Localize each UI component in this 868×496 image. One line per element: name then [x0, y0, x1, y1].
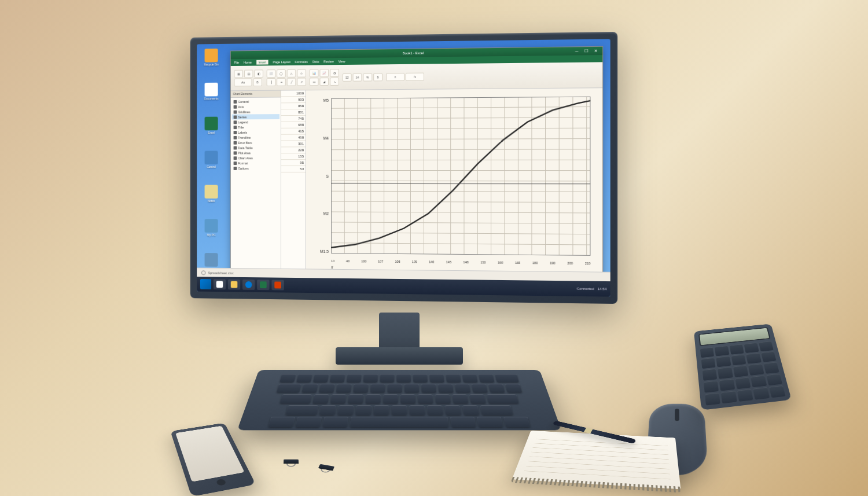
ribbon-btn[interactable]: fx	[406, 72, 424, 80]
chart-column-icon[interactable]: 📊	[310, 69, 319, 77]
ribbon-btn[interactable]: 12	[343, 73, 352, 81]
panel-item[interactable]: Labels	[232, 130, 279, 135]
address-text: Spreadsheet.xlsx	[208, 271, 233, 274]
x-tick: 210	[585, 262, 591, 265]
x-axis-title: x	[331, 265, 333, 269]
chart-line-icon[interactable]: 📈	[319, 69, 329, 77]
tab-view[interactable]: View	[339, 60, 345, 63]
tray-time: 14:54	[598, 287, 607, 291]
chart-area[interactable]: M5M4SM2M1.5 1040100107108109140145148150…	[306, 88, 602, 273]
data-cell[interactable]: 801	[281, 109, 306, 116]
panel-item[interactable]: Series	[232, 114, 279, 119]
x-tick: 180	[532, 261, 538, 264]
x-tick: 100	[361, 259, 366, 263]
ribbon-btn[interactable]: ◇	[297, 69, 306, 78]
taskbar-browser[interactable]	[242, 280, 255, 290]
ribbon-btn[interactable]: Aa	[234, 78, 252, 86]
panel-item[interactable]: Trendline	[232, 135, 279, 140]
data-cell[interactable]: 155	[281, 153, 306, 160]
chart-area-icon[interactable]: ◢	[319, 78, 329, 86]
taskbar-excel[interactable]	[257, 280, 269, 290]
taskbar-files[interactable]	[228, 280, 240, 290]
panel-item[interactable]: Options	[232, 166, 279, 171]
desktop-icon-recycle[interactable]: Recycle Bin	[201, 49, 222, 73]
data-cell[interactable]: 458	[281, 135, 306, 141]
data-cell[interactable]: 228	[281, 147, 306, 153]
ribbon-btn[interactable]: %	[363, 73, 372, 81]
monitor-base	[336, 347, 463, 365]
ribbon-btn[interactable]: B	[253, 78, 262, 86]
tab-data[interactable]: Data	[312, 60, 319, 64]
chart-bar-icon[interactable]: ▭	[310, 78, 319, 86]
chart-scatter-icon[interactable]: ∴	[330, 78, 339, 86]
taskbar-search[interactable]	[214, 279, 226, 289]
chart-curve	[331, 97, 590, 265]
data-cell[interactable]: 301	[281, 141, 306, 147]
start-button[interactable]	[200, 279, 211, 289]
x-tick: 145	[446, 260, 451, 264]
data-cell[interactable]: 688	[281, 122, 306, 128]
side-panel: Chart Elements GeneralAxisGridlinesSerie…	[231, 91, 281, 270]
ribbon-btn[interactable]: ⬜	[267, 69, 276, 78]
ribbon-btn[interactable]: ◯	[277, 69, 286, 78]
desktop-icon-mypc[interactable]: My PC	[201, 219, 222, 243]
tab-home[interactable]: Home	[244, 61, 252, 64]
taskbar-mail[interactable]	[271, 280, 284, 290]
folder-icon	[205, 83, 218, 97]
notes-icon	[205, 185, 218, 199]
calculator	[694, 324, 792, 410]
ribbon-btn[interactable]: ┃	[267, 78, 276, 86]
panel-item[interactable]: Error Bars	[232, 140, 279, 145]
data-cell[interactable]: 903	[281, 97, 306, 103]
data-cell[interactable]: 858	[281, 103, 306, 109]
binder-clip	[317, 464, 334, 474]
system-tray[interactable]: Connected 14:54	[577, 287, 607, 291]
tab-formulas[interactable]: Formulas	[295, 60, 308, 64]
mail-icon	[274, 281, 281, 288]
ribbon-btn[interactable]: ↗	[297, 78, 306, 86]
ribbon-btn[interactable]: $	[373, 73, 382, 81]
ribbon-btn[interactable]: ▤	[244, 70, 253, 78]
minimize-button[interactable]: ─	[572, 48, 580, 54]
panel-item[interactable]: Chart Area	[232, 155, 279, 160]
panel-item[interactable]: Format	[232, 160, 279, 166]
tray-net: Connected	[577, 287, 594, 291]
globe-icon	[201, 270, 206, 275]
tab-insert[interactable]: Insert	[256, 60, 269, 64]
data-cell[interactable]: 95	[281, 160, 306, 166]
desktop-icon-excel[interactable]: Excel	[201, 117, 222, 141]
data-cell[interactable]: 53	[281, 166, 306, 172]
data-cell[interactable]: 1000	[281, 90, 306, 97]
ribbon-btn[interactable]: ◧	[254, 69, 263, 78]
close-button[interactable]: ✕	[592, 48, 601, 54]
ribbon-btn[interactable]: ▦	[234, 70, 243, 78]
notepad	[512, 431, 681, 489]
panel-item[interactable]: Plot Area	[232, 150, 279, 155]
desktop-icon-control[interactable]: Control	[201, 151, 222, 175]
panel-item[interactable]: Gridlines	[232, 109, 279, 114]
pc-icon	[205, 219, 218, 233]
data-cell[interactable]: 745	[281, 116, 306, 122]
tab-pagelayout[interactable]: Page Layout	[273, 60, 290, 64]
tab-file[interactable]: File	[234, 61, 240, 64]
ribbon-btn[interactable]: Σ	[386, 72, 404, 80]
panel-item[interactable]: Title	[232, 124, 279, 130]
chart-pie-icon[interactable]: ◔	[330, 69, 339, 77]
excel-icon	[205, 117, 218, 131]
desktop-icon-documents[interactable]: Documents	[201, 83, 222, 106]
desktop-screen: Recycle Bin Documents Excel Control Note…	[197, 39, 610, 296]
ribbon-btn[interactable]: 14	[353, 73, 362, 81]
y-tick: S	[310, 174, 329, 178]
maximize-button[interactable]: ☐	[582, 48, 590, 54]
panel-item[interactable]: Data Table	[232, 145, 279, 150]
ribbon-btn[interactable]: ━	[277, 78, 286, 86]
desktop-icon-notes[interactable]: Notes	[201, 185, 222, 208]
ribbon-btn[interactable]: ╱	[287, 78, 296, 86]
panel-item[interactable]: Legend	[232, 119, 279, 124]
tab-review[interactable]: Review	[323, 60, 334, 63]
ribbon-btn[interactable]: △	[287, 69, 296, 78]
data-column: 10009038588017456884154583012281559553	[281, 90, 306, 270]
x-tick: 190	[550, 261, 555, 264]
data-cell[interactable]: 415	[281, 128, 306, 135]
search-icon	[216, 281, 223, 288]
